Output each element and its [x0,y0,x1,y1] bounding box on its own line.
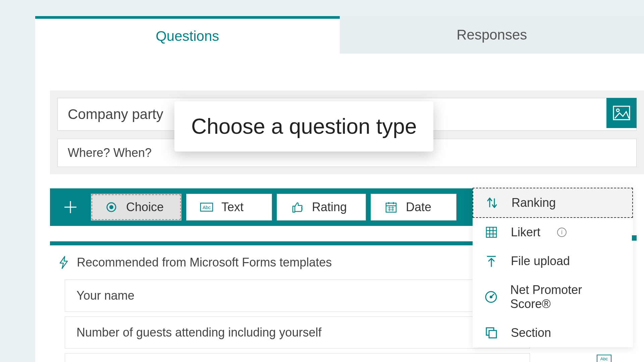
dropdown-nps[interactable]: Net Promoter Score® [473,276,633,318]
divider-extension [632,235,637,241]
qtype-rating-label: Rating [312,200,347,214]
dropdown-section[interactable]: Section [473,318,633,347]
qtype-date-button[interactable]: Date [371,194,457,221]
svg-line-24 [491,294,494,297]
svg-text:Abc: Abc [203,205,211,210]
likert-grid-icon [485,226,498,239]
recommendation-item[interactable]: Number of guests attending including you… [65,316,530,349]
tooltip-callout: Choose a question type [174,101,433,152]
recommendation-item[interactable]: Do you or your guests have any food alle… [65,353,530,362]
dropdown-ranking-label: Ranking [512,196,556,210]
tab-questions-label: Questions [156,28,219,44]
dropdown-likert[interactable]: Likert i [473,218,633,247]
tooltip-text: Choose a question type [191,114,417,138]
recommendation-text: Number of guests attending including you… [76,325,321,339]
calendar-icon [384,200,398,214]
section-divider [50,241,505,245]
dropdown-ranking[interactable]: Ranking [473,188,633,218]
qtype-choice-button[interactable]: Choice [91,194,181,221]
text-abc-icon: Abc [200,200,213,214]
svg-rect-26 [489,330,496,338]
svg-text:Abc: Abc [600,356,608,361]
qtype-date-label: Date [406,200,431,214]
ranking-icon [485,196,499,209]
info-icon[interactable]: i [557,228,567,237]
svg-point-1 [616,109,619,112]
radio-icon [105,200,118,214]
insert-image-button[interactable] [606,98,637,128]
form-title-text: Company party [68,106,163,122]
tab-responses[interactable]: Responses [340,16,644,54]
dropdown-file-upload[interactable]: File upload [473,247,633,276]
qtype-text-label: Text [221,200,244,214]
dropdown-nps-label: Net Promoter Score® [510,283,621,311]
recommendation-text: Your name [76,289,135,302]
recommendation-item[interactable]: Your name [65,280,530,312]
form-description-text: Where? When? [68,146,152,160]
qtype-rating-button[interactable]: Rating [277,194,366,221]
tab-questions[interactable]: Questions [35,16,340,54]
abc-badge: Abc [597,355,611,362]
svg-rect-16 [486,227,496,237]
question-type-dropdown: Ranking Likert i File upload [473,188,633,347]
question-type-toolbar: Choice Abc Text Rating [50,188,505,226]
dropdown-likert-label: Likert [511,225,540,239]
upload-icon [485,254,498,268]
recommendations-header-text: Recommended from Microsoft Forms templat… [77,255,332,269]
tab-bar: Questions Responses [35,16,644,54]
tab-responses-label: Responses [457,27,527,43]
image-icon [613,106,630,120]
section-icon [485,326,498,340]
qtype-choice-label: Choice [126,200,164,214]
lightning-icon [59,256,69,269]
thumbs-up-icon [290,200,304,214]
gauge-icon [485,290,497,304]
dropdown-section-label: Section [511,326,551,340]
dropdown-fileupload-label: File upload [511,254,570,268]
qtype-text-button[interactable]: Abc Text [186,194,272,221]
svg-point-5 [109,205,113,209]
plus-icon [62,199,78,215]
add-question-button[interactable] [50,188,91,226]
